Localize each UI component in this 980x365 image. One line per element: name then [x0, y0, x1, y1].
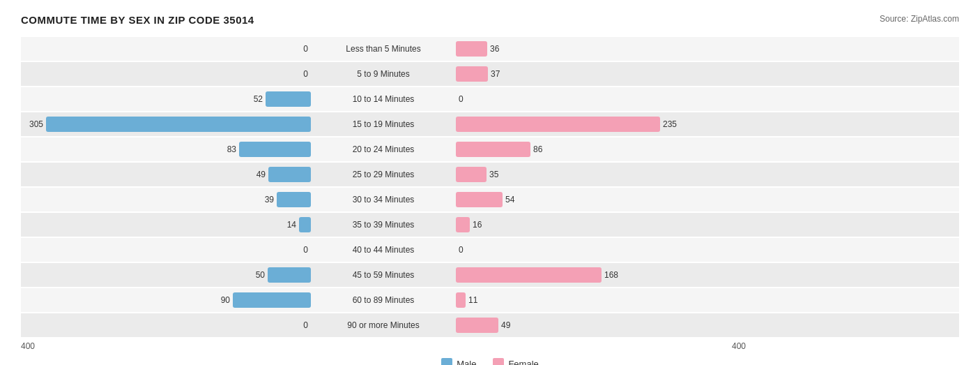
- male-bar: [239, 142, 311, 157]
- right-bar-container: 86: [453, 142, 746, 157]
- left-bar-container: 39: [21, 192, 314, 207]
- left-bar-container: 90: [21, 292, 314, 308]
- female-bar: [456, 292, 466, 308]
- female-bar: [456, 117, 660, 132]
- female-bar: [456, 318, 498, 333]
- left-bar-container: 0: [21, 41, 314, 57]
- bar-label: 35 to 39 Minutes: [314, 220, 453, 230]
- male-value: 83: [215, 144, 236, 154]
- male-value: 0: [287, 69, 308, 79]
- source-label: Source: ZipAtlas.com: [880, 14, 959, 24]
- female-value: 49: [501, 320, 522, 330]
- bar-label: 40 to 44 Minutes: [314, 245, 453, 255]
- chart-title: COMMUTE TIME BY SEX IN ZIP CODE 35014: [21, 14, 254, 26]
- male-bar: [268, 167, 311, 182]
- female-bar: [456, 142, 530, 157]
- male-value: 0: [287, 320, 308, 330]
- male-value: 0: [287, 44, 308, 54]
- female-value: 86: [533, 144, 554, 154]
- male-bar: [46, 117, 311, 132]
- bar-label: 60 to 89 Minutes: [314, 295, 453, 305]
- female-value: 54: [505, 195, 526, 204]
- left-bar-container: 305: [21, 117, 314, 132]
- legend-female-box: [493, 358, 504, 365]
- right-bar-container: 54: [453, 192, 746, 207]
- bar-label: 25 to 29 Minutes: [314, 170, 453, 179]
- bar-label: 15 to 19 Minutes: [314, 119, 453, 129]
- chart-row: 30515 to 19 Minutes235: [21, 112, 959, 136]
- right-bar-container: 11: [453, 292, 746, 308]
- axis-row: 400 400: [21, 341, 959, 351]
- male-bar: [277, 192, 311, 207]
- bar-label: 30 to 34 Minutes: [314, 195, 453, 204]
- male-value: 50: [244, 270, 265, 280]
- right-bar-container: 35: [453, 167, 746, 182]
- left-bar-container: 50: [21, 267, 314, 283]
- left-bar-container: 0: [21, 318, 314, 333]
- chart-row: 0Less than 5 Minutes36: [21, 37, 959, 61]
- chart-row: 090 or more Minutes49: [21, 313, 959, 337]
- left-bar-container: 83: [21, 142, 314, 157]
- male-bar: [266, 91, 311, 107]
- left-bar-container: 49: [21, 167, 314, 182]
- right-bar-container: 16: [453, 217, 746, 232]
- female-value: 36: [490, 44, 511, 54]
- female-bar: [456, 217, 470, 232]
- male-bar: [268, 267, 311, 283]
- chart-row: 4925 to 29 Minutes35: [21, 163, 959, 186]
- bar-label: 20 to 24 Minutes: [314, 144, 453, 154]
- chart-row: 8320 to 24 Minutes86: [21, 137, 959, 161]
- legend: Male Female: [21, 358, 959, 365]
- chart-row: 9060 to 89 Minutes11: [21, 288, 959, 312]
- female-value: 235: [663, 119, 684, 129]
- female-bar: [456, 192, 503, 207]
- right-bar-container: 37: [453, 66, 746, 82]
- male-value: 0: [287, 245, 308, 255]
- female-value: 0: [459, 94, 480, 104]
- axis-left-label: 400: [21, 341, 35, 351]
- female-value: 168: [604, 270, 625, 280]
- legend-male: Male: [441, 358, 476, 365]
- male-value: 90: [209, 295, 230, 305]
- right-bar-container: 0: [453, 91, 746, 107]
- legend-male-box: [441, 358, 452, 365]
- chart-row: 5210 to 14 Minutes0: [21, 87, 959, 111]
- female-value: 37: [491, 69, 512, 79]
- female-bar: [456, 167, 487, 182]
- chart-area: 0Less than 5 Minutes3605 to 9 Minutes375…: [21, 37, 959, 337]
- legend-female: Female: [493, 358, 538, 365]
- male-value: 305: [22, 119, 43, 129]
- male-value: 39: [253, 195, 274, 204]
- female-value: 0: [459, 245, 480, 255]
- left-bar-container: 14: [21, 217, 314, 232]
- bar-label: 10 to 14 Minutes: [314, 94, 453, 104]
- female-bar: [456, 267, 602, 283]
- male-value: 14: [275, 220, 296, 230]
- right-bar-container: 49: [453, 318, 746, 333]
- female-value: 35: [489, 170, 510, 179]
- right-bar-container: 235: [453, 117, 746, 132]
- right-bar-container: 168: [453, 267, 746, 283]
- male-bar: [233, 292, 311, 308]
- legend-female-label: Female: [508, 359, 538, 366]
- chart-row: 5045 to 59 Minutes168: [21, 263, 959, 287]
- chart-row: 1435 to 39 Minutes16: [21, 213, 959, 237]
- female-bar: [456, 66, 488, 82]
- left-bar-container: 52: [21, 91, 314, 107]
- axis-right-label: 400: [732, 341, 746, 351]
- chart-row: 05 to 9 Minutes37: [21, 62, 959, 86]
- right-bar-container: 0: [453, 242, 746, 258]
- left-bar-container: 0: [21, 66, 314, 82]
- left-bar-container: 0: [21, 242, 314, 258]
- female-value: 16: [473, 220, 493, 230]
- bar-label: 5 to 9 Minutes: [314, 69, 453, 79]
- male-value: 49: [245, 170, 266, 179]
- chart-row: 3930 to 34 Minutes54: [21, 188, 959, 211]
- legend-male-label: Male: [457, 359, 476, 366]
- bar-label: Less than 5 Minutes: [314, 44, 453, 54]
- female-value: 11: [468, 295, 489, 305]
- female-bar: [456, 41, 487, 57]
- bar-label: 90 or more Minutes: [314, 320, 453, 330]
- right-bar-container: 36: [453, 41, 746, 57]
- male-value: 52: [242, 94, 263, 104]
